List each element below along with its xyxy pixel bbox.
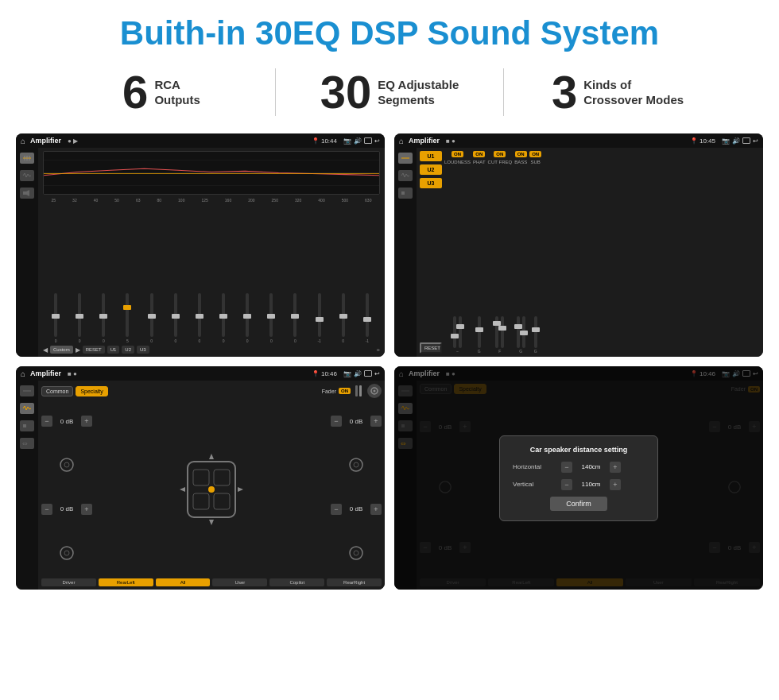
- eq-mode-icon-2[interactable]: [398, 153, 413, 164]
- arrows-icon-3[interactable]: ⇔: [20, 438, 34, 449]
- speaker-circle-3: [331, 457, 382, 473]
- eq-mode-icon[interactable]: [20, 153, 34, 164]
- rearright-btn[interactable]: RearRight: [327, 578, 382, 586]
- prev-preset-btn[interactable]: ◀: [43, 346, 48, 354]
- db-value-4: 0 dB: [345, 505, 367, 512]
- status-bar-2: ⌂ Amplifier ■ ● 📍 10:45 📷 🔊 ↩: [394, 133, 763, 148]
- phat-slider[interactable]: [478, 316, 481, 348]
- bass-on[interactable]: ON: [515, 151, 527, 157]
- speaker-icon-3[interactable]: [20, 420, 34, 431]
- status-icons-3: 📷 🔊 ↩: [343, 370, 380, 377]
- u1-crossover-btn[interactable]: U1: [420, 151, 442, 161]
- vertical-plus[interactable]: +: [610, 479, 621, 490]
- signal-icon-2: [742, 137, 750, 144]
- phat-col: ON PHAT G: [473, 151, 486, 354]
- wave-icon-2[interactable]: [398, 170, 413, 181]
- bass-slider2[interactable]: [522, 316, 525, 348]
- bass-col: ON BASS G: [514, 151, 527, 354]
- cutfreq-slider2[interactable]: [501, 316, 504, 348]
- rearleft-btn[interactable]: RearLeft: [99, 578, 153, 586]
- screen1-title: Amplifier: [30, 137, 61, 145]
- u3-btn[interactable]: U3: [137, 346, 149, 354]
- svg-marker-30: [238, 487, 243, 492]
- sub-slider[interactable]: [534, 316, 537, 348]
- svg-marker-28: [209, 520, 214, 525]
- u3-crossover-btn[interactable]: U3: [420, 178, 442, 188]
- wave-icon-3[interactable]: [20, 403, 34, 414]
- cutfreq-label: CUT FREQ: [488, 160, 513, 164]
- db-minus-3[interactable]: −: [331, 416, 342, 427]
- u2-crossover-btn[interactable]: U2: [420, 164, 442, 175]
- driver-btn[interactable]: Driver: [41, 578, 96, 586]
- cutfreq-col: ON CUT FREQ F: [488, 151, 513, 354]
- stat-label-eq: EQ AdjustableSegments: [378, 77, 459, 108]
- dialog-title: Car speaker distance setting: [513, 446, 645, 454]
- db-minus-2[interactable]: −: [41, 504, 52, 515]
- settings-icon[interactable]: [367, 384, 382, 398]
- left-db-col: − 0 dB + − 0 dB +: [41, 402, 92, 576]
- next-preset-btn[interactable]: ▶: [76, 346, 80, 354]
- wave-icon[interactable]: [20, 170, 34, 181]
- fader-content: − 0 dB + − 0 dB +: [41, 402, 382, 576]
- loudness-slider[interactable]: [453, 316, 456, 348]
- stat-number-rca: 6: [122, 69, 148, 115]
- eq-sliders: 0 0 0 5 0 0 0 0 0 0 0 -1 0 -1: [43, 206, 380, 343]
- left-sidebar-1: [16, 148, 38, 357]
- eq-panel: 253240506380100125160200250320400500630 …: [38, 148, 385, 357]
- horizontal-row: Horizontal − 140cm +: [513, 462, 645, 473]
- stat-eq: 30 EQ AdjustableSegments: [276, 69, 503, 115]
- db-plus-2[interactable]: +: [81, 504, 92, 515]
- back-icon: ↩: [374, 137, 380, 145]
- loudness-on[interactable]: ON: [452, 151, 463, 157]
- speaker-icon-2[interactable]: [398, 188, 413, 199]
- screen3-content: ⇔ Common Specialty Fader ON: [16, 381, 385, 590]
- svg-rect-11: [401, 191, 405, 195]
- horizontal-plus[interactable]: +: [610, 462, 621, 473]
- speaker-icon[interactable]: [20, 188, 34, 199]
- horizontal-minus[interactable]: −: [561, 462, 572, 473]
- custom-preset-btn[interactable]: Custom: [50, 346, 73, 354]
- specialty-tab[interactable]: Specialty: [76, 386, 107, 396]
- stat-rca: 6 RCAOutputs: [48, 69, 275, 115]
- svg-rect-22: [193, 470, 209, 485]
- loudness-slider2[interactable]: [459, 316, 462, 348]
- fader-on[interactable]: ON: [339, 388, 351, 394]
- cutfreq-slider[interactable]: [495, 316, 498, 348]
- home-icon-3: ⌂: [21, 369, 25, 378]
- db-plus-1[interactable]: +: [81, 416, 92, 427]
- db-plus-4[interactable]: +: [370, 504, 382, 515]
- u2-btn[interactable]: U2: [122, 346, 134, 354]
- sub-on[interactable]: ON: [529, 151, 541, 157]
- eq-mode-icon-3[interactable]: [20, 385, 34, 396]
- db-plus-3[interactable]: +: [370, 416, 382, 427]
- tab-row: Common Specialty Fader ON: [41, 384, 382, 398]
- copilot-btn[interactable]: Copilot: [269, 578, 324, 586]
- confirm-button[interactable]: Confirm: [550, 497, 607, 511]
- left-sidebar-3: ⇔: [16, 381, 38, 590]
- status-icons-2: 📷 🔊 ↩: [722, 137, 758, 145]
- common-tab[interactable]: Common: [41, 386, 73, 396]
- crossover-reset-btn[interactable]: RESET: [420, 342, 442, 354]
- db-minus-1[interactable]: −: [41, 416, 52, 427]
- camera-icon-2: 📷: [722, 137, 730, 145]
- cutfreq-on[interactable]: ON: [494, 151, 506, 157]
- phat-on[interactable]: ON: [473, 151, 485, 157]
- horizontal-label: Horizontal: [513, 463, 556, 470]
- u-buttons: U1 U2 U3 RESET: [420, 151, 442, 354]
- u1-btn[interactable]: U1: [107, 346, 120, 354]
- status-bar-1: ⌂ Amplifier ● ▶ 📍 10:44 📷 🔊 ↩: [16, 133, 385, 148]
- vertical-minus[interactable]: −: [561, 479, 572, 490]
- stat-crossover: 3 Kinds ofCrossover Modes: [504, 69, 731, 115]
- all-btn[interactable]: All: [156, 578, 211, 586]
- db-minus-4[interactable]: −: [331, 504, 342, 515]
- db-row-3: − 0 dB +: [331, 416, 382, 427]
- more-icon: »: [377, 346, 380, 354]
- home-icon-2: ⌂: [399, 137, 404, 145]
- vertical-row: Vertical − 110cm +: [513, 479, 645, 490]
- confirm-area: Confirm: [513, 497, 645, 511]
- db-value-1: 0 dB: [56, 418, 78, 425]
- svg-text:⇔: ⇔: [22, 440, 28, 447]
- user-btn[interactable]: User: [212, 578, 267, 586]
- signal-icon-3: [364, 370, 372, 377]
- reset-btn[interactable]: RESET: [83, 346, 105, 354]
